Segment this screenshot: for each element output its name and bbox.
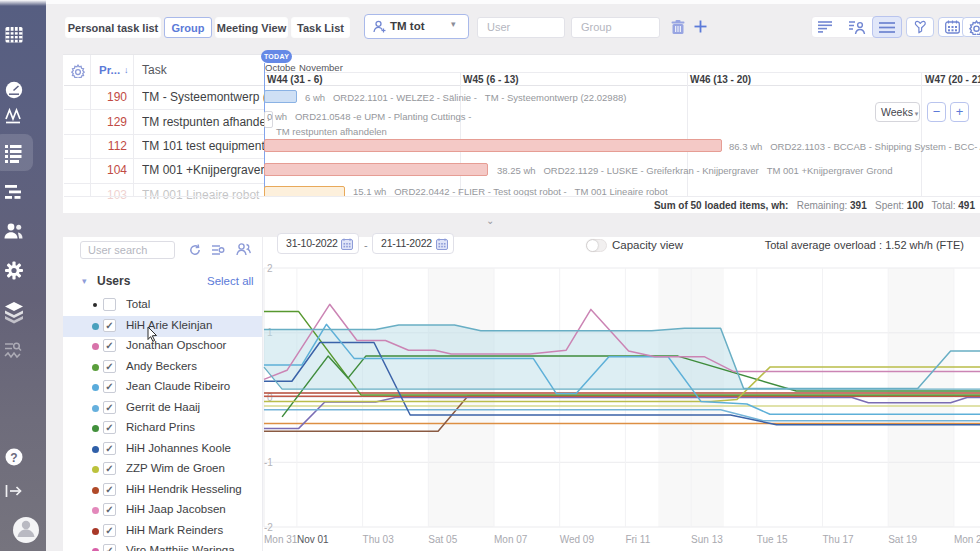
svg-text:Tue 15: Tue 15 [757, 534, 788, 545]
svg-text:2: 2 [267, 263, 273, 274]
svg-text:Sat 19: Sat 19 [888, 534, 917, 545]
svg-text:-1: -1 [264, 457, 273, 468]
svg-text:?: ? [10, 451, 17, 465]
svg-text:Thu 17: Thu 17 [823, 534, 855, 545]
svg-text:-2: -2 [264, 522, 273, 533]
svg-text:Mon 07: Mon 07 [494, 534, 528, 545]
svg-text:Fri 11: Fri 11 [625, 534, 650, 545]
svg-text:Nov 01: Nov 01 [297, 534, 329, 545]
svg-text:Mon 31: Mon 31 [264, 534, 298, 545]
svg-text:Wed 09: Wed 09 [560, 534, 595, 545]
svg-text:Sat 05: Sat 05 [428, 534, 457, 545]
svg-text:Thu 03: Thu 03 [363, 534, 395, 545]
svg-text:Sun 13: Sun 13 [691, 534, 723, 545]
svg-text:Mon 2: Mon 2 [954, 534, 980, 545]
